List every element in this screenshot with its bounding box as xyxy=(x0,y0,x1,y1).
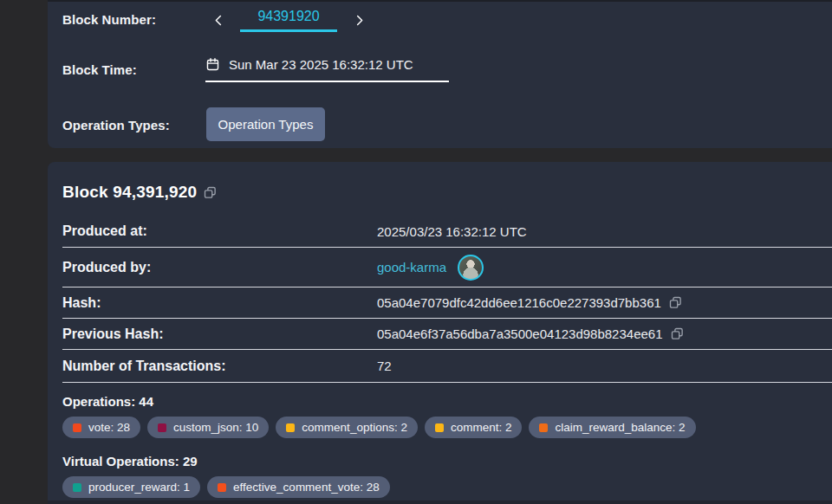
operation-badge-comment[interactable]: comment: 2 xyxy=(425,417,523,438)
operations-heading: Operations: 44 xyxy=(62,394,832,409)
table-row: Number of Transactions: 72 xyxy=(62,350,832,383)
copy-block-number-button[interactable] xyxy=(204,186,217,199)
operations-badge-row: vote: 28 custom_json: 10 comment_options… xyxy=(62,417,832,438)
block-time-value: Sun Mar 23 2025 16:32:12 UTC xyxy=(229,57,413,72)
copy-icon xyxy=(669,296,682,309)
next-block-button[interactable] xyxy=(348,9,370,31)
operation-badge-vote[interactable]: vote: 28 xyxy=(62,417,140,438)
virtual-operations-heading: Virtual Operations: 29 xyxy=(62,454,832,468)
block-number-stepper xyxy=(207,7,370,32)
operation-badge-producer-reward[interactable]: producer_reward: 1 xyxy=(62,476,200,498)
block-detail-rows: Produced at: 2025/03/23 16:32:12 UTC Pro… xyxy=(62,216,832,383)
copy-hash-button[interactable] xyxy=(669,296,682,309)
copy-icon xyxy=(204,186,217,199)
operation-badge-comment-options[interactable]: comment_options: 2 xyxy=(276,417,418,438)
virtual-operations-badge-row: producer_reward: 1 effective_comment_vot… xyxy=(62,476,832,498)
produced-by-label: Produced by: xyxy=(62,260,377,275)
badge-label: effective_comment_vote: 28 xyxy=(233,481,380,494)
block-time-field[interactable]: Sun Mar 23 2025 16:32:12 UTC xyxy=(205,57,449,82)
operation-types-button[interactable]: Operation Types xyxy=(206,107,325,141)
block-detail-panel: Block 94,391,920 Produced at: 2025/03/23… xyxy=(48,162,832,504)
table-row: Previous Hash: 05a04e6f37a56dba7a3500e04… xyxy=(62,319,832,350)
badge-label: producer_reward: 1 xyxy=(88,481,190,494)
operation-badge-custom-json[interactable]: custom_json: 10 xyxy=(147,417,269,438)
operation-color-icon xyxy=(286,423,295,432)
operation-types-label: Operation Types: xyxy=(62,118,170,132)
block-time-label: Block Time: xyxy=(62,62,137,77)
copy-icon xyxy=(671,327,684,340)
badge-label: vote: 28 xyxy=(88,421,130,434)
badge-label: claim_reward_balance: 2 xyxy=(555,421,685,434)
badge-label: custom_json: 10 xyxy=(173,421,258,434)
table-row: Hash: 05a04e7079dfc42dd6ee1216c0e227393d… xyxy=(62,288,832,319)
copy-previous-hash-button[interactable] xyxy=(671,327,684,340)
block-filters-panel: Block Number: Block Time: Sun Mar 23 202… xyxy=(48,0,832,148)
block-title-row: Block 94,391,920 xyxy=(62,183,832,202)
transactions-count-value: 72 xyxy=(377,359,392,373)
table-row: Produced by: good-karma xyxy=(62,248,832,288)
badge-label: comment_options: 2 xyxy=(302,421,407,434)
chevron-left-icon xyxy=(212,14,225,27)
transactions-count-label: Number of Transactions: xyxy=(62,359,377,374)
block-number-label: Block Number: xyxy=(62,12,156,27)
operation-color-icon xyxy=(73,483,81,492)
operation-color-icon xyxy=(539,423,548,432)
previous-hash-label: Previous Hash: xyxy=(62,326,377,342)
table-row: Produced at: 2025/03/23 16:32:12 UTC xyxy=(62,216,832,248)
operation-color-icon xyxy=(158,423,166,432)
panel-bottom-edge xyxy=(48,501,832,504)
previous-hash-value: 05a04e6f37a56dba7a3500e04123d98b8234ee61 xyxy=(377,326,663,341)
operation-color-icon xyxy=(73,423,81,432)
chevron-right-icon xyxy=(353,14,366,27)
block-title: Block 94,391,920 xyxy=(62,183,197,202)
operation-color-icon xyxy=(435,423,444,432)
operation-badge-claim-reward-balance[interactable]: claim_reward_balance: 2 xyxy=(529,417,695,438)
produced-at-label: Produced at: xyxy=(62,223,377,239)
producer-avatar[interactable] xyxy=(458,255,484,281)
hash-value: 05a04e7079dfc42dd6ee1216c0e227393d7bb361 xyxy=(377,295,661,310)
hash-label: Hash: xyxy=(62,295,377,311)
producer-account-link[interactable]: good-karma xyxy=(377,260,446,275)
produced-at-value: 2025/03/23 16:32:12 UTC xyxy=(377,224,527,239)
previous-block-button[interactable] xyxy=(207,9,230,31)
calendar-icon xyxy=(205,57,220,72)
block-number-input[interactable] xyxy=(240,7,337,32)
badge-label: comment: 2 xyxy=(451,421,512,434)
operation-badge-effective-comment-vote[interactable]: effective_comment_vote: 28 xyxy=(207,476,390,498)
operation-color-icon xyxy=(218,483,226,492)
